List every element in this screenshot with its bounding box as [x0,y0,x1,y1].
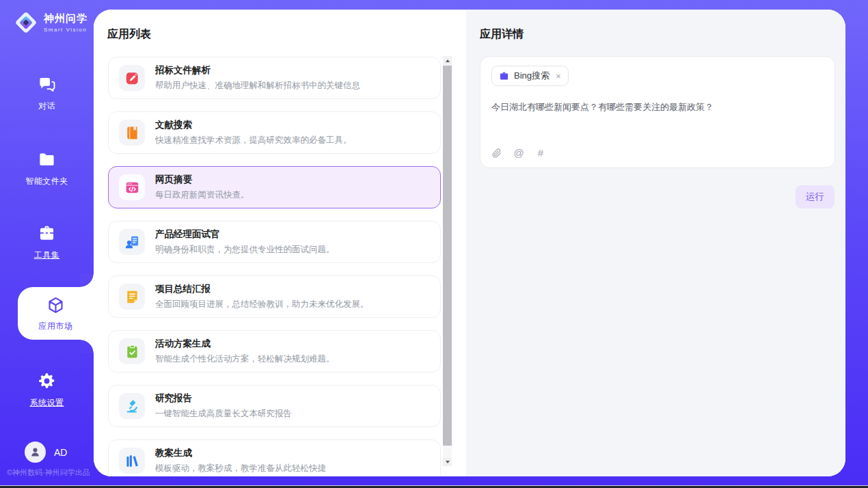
scroll-down-button[interactable] [443,457,452,466]
app-icon-tile [119,65,145,91]
app-icon-tile [119,284,145,310]
paperclip-icon[interactable] [491,148,502,159]
bubble-notch-bottom [80,340,94,353]
prompt-card: Bing搜索 × 今日湖北有哪些新闻要点？有哪些需要关注的最新政策？ @ # [480,56,835,168]
main-container: 应用列表 招标文件解析 帮助用户快速、准确地理解和解析招标书中的关键信息 文献搜… [94,10,845,476]
sidebar: 神州问学 Smart Vision 对话 智能文件夹 工具集 应用市场 系统设置… [0,0,94,486]
app-card-title: 网页摘要 [155,174,249,186]
app-card-desc: 一键智能生成高质量长文本研究报告 [155,408,292,420]
cube-icon [46,296,65,314]
logo-subtitle: Smart Vision [44,27,87,33]
folder-icon [38,150,56,169]
app-icon [124,70,140,86]
sidebar-item-label: 对话 [0,100,94,112]
sidebar-item-chat[interactable]: 对话 [0,75,94,112]
sidebar-item-label: 系统设置 [0,397,94,409]
app-card-list: 招标文件解析 帮助用户快速、准确地理解和解析招标书中的关键信息 文献搜索 快速精… [108,57,441,476]
toolbox-icon [38,224,56,243]
bubble-notch-top [80,273,94,287]
chip-close-icon[interactable]: × [556,72,561,81]
gear-icon [38,372,56,390]
app-card-desc: 每日政府新闻资讯快查。 [155,189,249,201]
app-card-desc: 智能生成个性化活动方案，轻松解决规划难题。 [155,353,335,365]
user-name: AD [54,447,67,458]
app-card[interactable]: 项目总结汇报 全面回顾项目进展，总结经验教训，助力未来优化发展。 [108,275,441,318]
app-card-title: 项目总结汇报 [155,283,369,295]
sidebar-item-label: 工具集 [0,249,94,261]
app-card[interactable]: 产品经理面试官 明确身份和职责，为您提供专业性的面试问题。 [108,221,441,263]
app-icon-tile [119,448,145,474]
logo-title: 神州问学 [44,12,87,25]
app-card[interactable]: 招标文件解析 帮助用户快速、准确地理解和解析招标书中的关键信息 [108,57,441,99]
app-card-title: 文献搜索 [155,119,352,131]
app-card-desc: 帮助用户快速、准确地理解和解析招标书中的关键信息 [155,80,360,92]
sidebar-item-label: 应用市场 [18,321,94,332]
prompt-toolbar: @ # [491,148,546,159]
app-icon-tile [119,393,145,419]
app-card[interactable]: 网页摘要 每日政府新闻资讯快查。 [108,166,441,208]
tool-chip-bing-search[interactable]: Bing搜索 × [491,66,569,86]
app-icon [124,344,140,360]
briefcase-icon [499,71,509,81]
diamond-logo-icon [12,9,40,36]
prompt-input[interactable]: 今日湖北有哪些新闻要点？有哪些需要关注的最新政策？ [491,100,824,114]
person-icon [29,446,41,458]
app-icon-tile [119,229,145,255]
app-icon [124,398,140,414]
app-icon-tile [119,120,145,146]
scroll-down-icon [446,461,450,463]
scroll-up-button[interactable] [443,56,452,65]
scrollbar-thumb[interactable] [443,66,452,446]
app-icon-tile [119,174,145,200]
tool-chip-label: Bing搜索 [514,70,550,82]
sidebar-item-settings[interactable]: 系统设置 [0,372,94,409]
scroll-up-icon [446,59,450,62]
chat-icon [38,75,56,94]
avatar [25,442,46,463]
app-card[interactable]: 文献搜索 快速精准查找学术资源，提高研究效率的必备工具。 [108,111,441,154]
sidebar-item-app-market[interactable]: 应用市场 [18,287,94,340]
sidebar-item-toolset[interactable]: 工具集 [0,224,94,261]
app-icon [124,125,140,141]
app-card[interactable]: 研究报告 一键智能生成高质量长文本研究报告 [108,385,441,427]
app-icon [124,234,140,250]
app-card[interactable]: 教案生成 模板驱动，教案秒成，教学准备从此轻松快捷 [108,439,441,476]
app-card-title: 产品经理面试官 [155,228,335,241]
app-icon [124,453,140,469]
copyright-footer: ©神州数码·神州问学出品 [7,467,90,478]
app-detail-title: 应用详情 [480,27,524,42]
app-icon [124,289,140,305]
app-card-desc: 快速精准查找学术资源，提高研究效率的必备工具。 [155,135,352,146]
app-icon [124,180,140,195]
app-card-title: 招标文件解析 [155,64,360,77]
app-detail-panel: 应用详情 Bing搜索 × 今日湖北有哪些新闻要点？有哪些需要关注的最新政策？ … [466,10,845,476]
app-card-desc: 模板驱动，教案秒成，教学准备从此轻松快捷 [155,463,326,474]
app-card-desc: 明确身份和职责，为您提供专业性的面试问题。 [155,244,335,256]
user-account[interactable]: AD [25,442,67,463]
app-list-scrollbar [443,56,452,466]
app-list-panel: 应用列表 招标文件解析 帮助用户快速、准确地理解和解析招标书中的关键信息 文献搜… [94,10,466,476]
app-card-title: 教案生成 [155,447,326,459]
app-card-desc: 全面回顾项目进展，总结经验教训，助力未来优化发展。 [155,299,369,310]
app-card-title: 活动方案生成 [155,338,335,350]
app-list-title: 应用列表 [107,27,151,42]
app-card[interactable]: 活动方案生成 智能生成个性化活动方案，轻松解决规划难题。 [108,330,441,372]
sidebar-item-smart-folder[interactable]: 智能文件夹 [0,150,94,187]
app-logo: 神州问学 Smart Vision [12,9,87,36]
app-card-title: 研究报告 [155,392,292,405]
run-button[interactable]: 运行 [796,185,835,208]
app-icon-tile [119,338,145,364]
at-mention-icon[interactable]: @ [513,148,524,159]
sidebar-item-label: 智能文件夹 [0,176,94,187]
hash-tag-icon[interactable]: # [535,148,546,159]
